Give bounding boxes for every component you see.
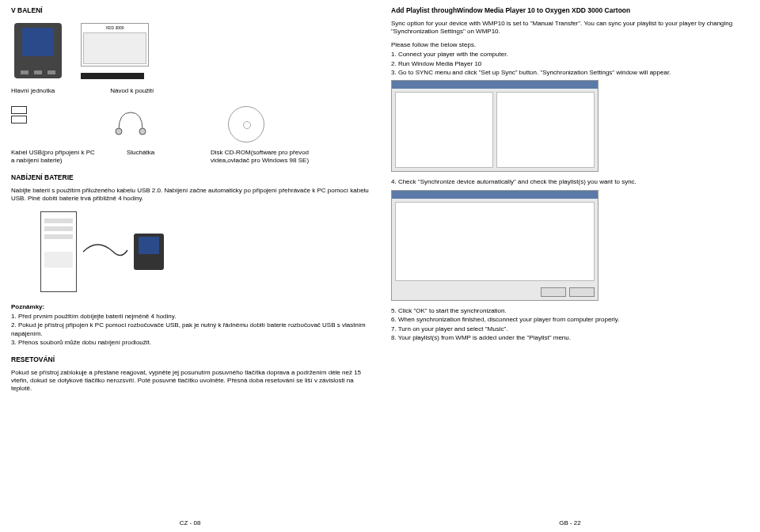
right-page-number: GB - 22	[380, 519, 760, 527]
manual-illustration: XDD 3000	[81, 23, 149, 66]
reset-paragraph: Pokud se přístroj zablokuje a přestane r…	[11, 369, 369, 393]
charging-illustration	[11, 208, 193, 295]
earphones-caption: Sluchátka	[127, 149, 182, 165]
right-intro: Sync option for your device with WMP10 i…	[391, 20, 749, 36]
step-4: 4. Check "Synchronize device automatical…	[391, 178, 749, 186]
follow-steps-label: Please follow the below steps.	[391, 41, 749, 49]
disc-icon	[228, 106, 264, 142]
step-item: 3. Go to SYNC menu and click "Set up Syn…	[391, 69, 749, 77]
step-item: 1. Connect your player with the computer…	[391, 51, 749, 59]
usb-cable-line-icon	[82, 236, 129, 268]
right-page: Add Playlist throughWindow Media Player …	[380, 0, 760, 532]
pc-tower-icon	[40, 211, 77, 292]
manual-caption: Návod k použití	[110, 87, 154, 95]
notes-heading: Poznámky:	[11, 303, 369, 311]
manual-model-label: XDD 3000	[83, 25, 146, 31]
step-item: 8. Your playlist(s) from WMP is added un…	[391, 334, 749, 342]
svg-point-0	[116, 128, 122, 135]
step-item: 7. Turn on your player and select "Music…	[391, 325, 749, 333]
earphones-item	[111, 106, 182, 142]
right-title: Add Playlist throughWindow Media Player …	[391, 6, 749, 15]
step-item: 6. When synchronization finished, discon…	[391, 316, 749, 324]
device-illustration	[14, 23, 62, 78]
note-item: 2. Pokud je přístroj připojen k PC pomoc…	[11, 321, 369, 338]
remote-illustration	[81, 73, 144, 79]
steps-list-a: 1. Connect your player with the computer…	[391, 51, 749, 77]
usb-cable-icon	[11, 106, 82, 124]
wmp-screenshot-sync	[391, 80, 598, 172]
main-unit-caption: Hlavní jednotka	[11, 87, 55, 95]
manual-figure: XDD 3000	[78, 20, 152, 82]
reset-heading: RESETOVÁNÍ	[11, 355, 369, 364]
svg-point-1	[139, 128, 146, 135]
left-page: V BALENÍ XDD 3000 Hlavní jednotka Návod …	[0, 0, 380, 532]
accessories-row	[11, 106, 369, 142]
usb-cable-caption: Kabel USB(pro připojení k PC a nabíjení …	[11, 149, 98, 165]
product-images-row: XDD 3000	[11, 20, 369, 82]
left-page-number: CZ - 08	[0, 519, 380, 527]
player-small-icon	[134, 234, 164, 270]
note-item: 1. Před prvním použitím dobíjejte bateri…	[11, 313, 369, 321]
step-item: 2. Run Window Media Player 10	[391, 60, 749, 68]
usb-cable-item	[11, 106, 82, 142]
wmp-screenshot-settings	[391, 190, 598, 301]
step-item: 5. Click "OK" to start the synchronizati…	[391, 307, 749, 315]
earphones-icon	[111, 106, 182, 140]
charging-heading: NABÍJENÍ BATERIE	[11, 173, 369, 182]
left-title: V BALENÍ	[11, 6, 369, 15]
steps-list-b: 5. Click "OK" to start the synchronizati…	[391, 307, 749, 343]
note-item: 3. Přenos souborů může dobu nabíjení pro…	[11, 339, 369, 347]
notes-list: 1. Před prvním použitím dobíjejte bateri…	[11, 313, 369, 348]
cdrom-caption: Disk CD-ROM(software pro převod videa,ov…	[211, 149, 314, 165]
charging-paragraph: Nabijte baterii s použitím přiloženého k…	[11, 187, 369, 203]
main-unit-figure	[11, 20, 65, 82]
cdrom-item	[211, 106, 282, 142]
